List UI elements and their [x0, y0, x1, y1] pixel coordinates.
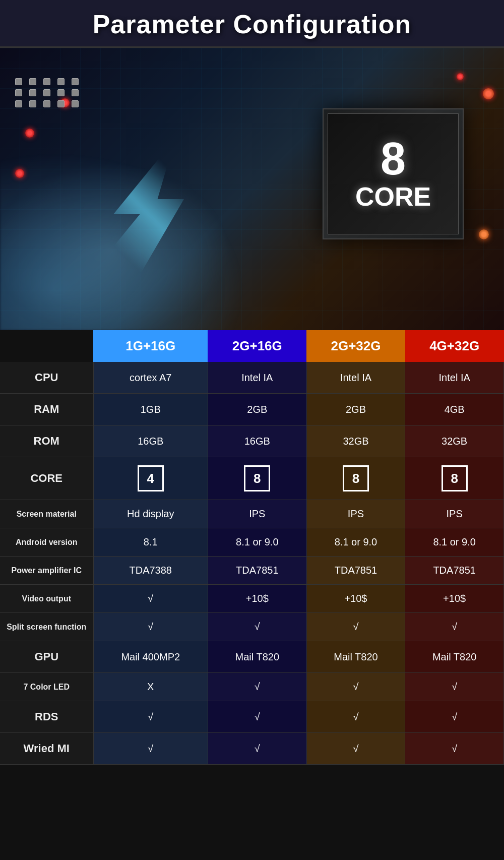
row-label: CORE [0, 457, 93, 500]
row-label: Split screen function [0, 613, 93, 641]
table-row: Wried MI√√√√ [0, 733, 504, 765]
empty-header [0, 330, 93, 362]
led-4 [483, 88, 494, 99]
table-row: RDS√√√√ [0, 701, 504, 733]
chip-core-label: CORE [355, 181, 431, 212]
table-cell: 16GB [208, 425, 306, 457]
hero-image: 8 CORE [0, 48, 504, 330]
pcb-components [15, 78, 82, 107]
core-badge: 4 [138, 465, 164, 492]
specs-table: 1G+16G 2G+16G 2G+32G 4G+32G CPUcortex A7… [0, 330, 504, 765]
table-cell: √ [405, 733, 504, 765]
row-label: RAM [0, 394, 93, 425]
table-cell: 8.1 or 9.0 [306, 528, 405, 557]
table-cell: +10$ [208, 585, 306, 613]
table-cell: 32GB [405, 425, 504, 457]
table-cell: +10$ [405, 585, 504, 613]
table-row: ROM16GB16GB32GB32GB [0, 425, 504, 457]
page-title: Parameter Configuration [5, 9, 499, 39]
table-cell: IPS [306, 500, 405, 528]
led-2 [15, 169, 24, 178]
table-cell: √ [405, 673, 504, 701]
table-cell: 8.1 or 9.0 [208, 528, 306, 557]
table-row: 7 Color LEDX√√√ [0, 673, 504, 701]
table-row: Screen materialHd displayIPSIPSIPS [0, 500, 504, 528]
table-cell: √ [306, 701, 405, 733]
row-label: Power amplifier IC [0, 557, 93, 585]
cpu-chip: 8 CORE [323, 108, 464, 239]
core-badge: 8 [343, 465, 369, 492]
led-1 [25, 129, 34, 138]
table-cell: 1GB [93, 394, 208, 425]
table-cell: 2GB [306, 394, 405, 425]
table-cell: +10$ [306, 585, 405, 613]
table-cell: √ [208, 673, 306, 701]
table-cell: Mail T820 [405, 641, 504, 673]
table-cell: 4 [93, 457, 208, 500]
table-cell: 16GB [93, 425, 208, 457]
table-cell: TDA7388 [93, 557, 208, 585]
table-row: GPUMail 400MP2Mail T820Mail T820Mail T82… [0, 641, 504, 673]
table-cell: X [93, 673, 208, 701]
table-cell: TDA7851 [405, 557, 504, 585]
table-cell: Intel IA [405, 362, 504, 394]
row-label: Screen material [0, 500, 93, 528]
table-cell: √ [306, 733, 405, 765]
row-label: Wried MI [0, 733, 93, 765]
table-cell: √ [93, 613, 208, 641]
table-cell: 8 [208, 457, 306, 500]
table-cell: √ [405, 701, 504, 733]
table-cell: Hd display [93, 500, 208, 528]
table-cell: √ [93, 733, 208, 765]
column-headers: 1G+16G 2G+16G 2G+32G 4G+32G [0, 330, 504, 362]
table-row: RAM1GB2GB2GB4GB [0, 394, 504, 425]
table-cell: IPS [208, 500, 306, 528]
row-label: 7 Color LED [0, 673, 93, 701]
table-cell: Mail T820 [306, 641, 405, 673]
table-row: Split screen function√√√√ [0, 613, 504, 641]
specs-table-section: 1G+16G 2G+16G 2G+32G 4G+32G CPUcortex A7… [0, 330, 504, 765]
table-cell: 32GB [306, 425, 405, 457]
led-6 [479, 229, 489, 239]
core-badge: 8 [244, 465, 270, 492]
page-header: Parameter Configuration [0, 0, 504, 48]
col-header-4g32g: 4G+32G [405, 330, 504, 362]
table-row: Video output√+10$+10$+10$ [0, 585, 504, 613]
col-header-2g16g: 2G+16G [208, 330, 306, 362]
led-5 [457, 73, 464, 80]
table-cell: √ [208, 613, 306, 641]
table-cell: Intel IA [208, 362, 306, 394]
row-label: RDS [0, 701, 93, 733]
row-label: ROM [0, 425, 93, 457]
table-cell: Mail 400MP2 [93, 641, 208, 673]
col-header-1g16g: 1G+16G [93, 330, 208, 362]
table-row: Android version8.18.1 or 9.08.1 or 9.08.… [0, 528, 504, 557]
table-row: CORE4888 [0, 457, 504, 500]
table-body: CPUcortex A7Intel IAIntel IAIntel IARAM1… [0, 362, 504, 765]
col-header-2g32g: 2G+32G [306, 330, 405, 362]
table-cell: √ [208, 701, 306, 733]
table-cell: √ [306, 613, 405, 641]
row-label: CPU [0, 362, 93, 394]
row-label: Video output [0, 585, 93, 613]
table-row: Power amplifier ICTDA7388TDA7851TDA7851T… [0, 557, 504, 585]
row-label: GPU [0, 641, 93, 673]
table-cell: 8.1 or 9.0 [405, 528, 504, 557]
table-cell: 8 [405, 457, 504, 500]
table-cell: √ [208, 733, 306, 765]
table-cell: √ [93, 701, 208, 733]
table-cell: cortex A7 [93, 362, 208, 394]
table-cell: Mail T820 [208, 641, 306, 673]
table-cell: 4GB [405, 394, 504, 425]
table-cell: √ [93, 585, 208, 613]
table-cell: IPS [405, 500, 504, 528]
table-row: CPUcortex A7Intel IAIntel IAIntel IA [0, 362, 504, 394]
table-cell: √ [306, 673, 405, 701]
table-cell: 2GB [208, 394, 306, 425]
table-cell: √ [405, 613, 504, 641]
core-badge: 8 [442, 465, 468, 492]
row-label: Android version [0, 528, 93, 557]
table-cell: TDA7851 [208, 557, 306, 585]
table-cell: 8 [306, 457, 405, 500]
table-cell: 8.1 [93, 528, 208, 557]
